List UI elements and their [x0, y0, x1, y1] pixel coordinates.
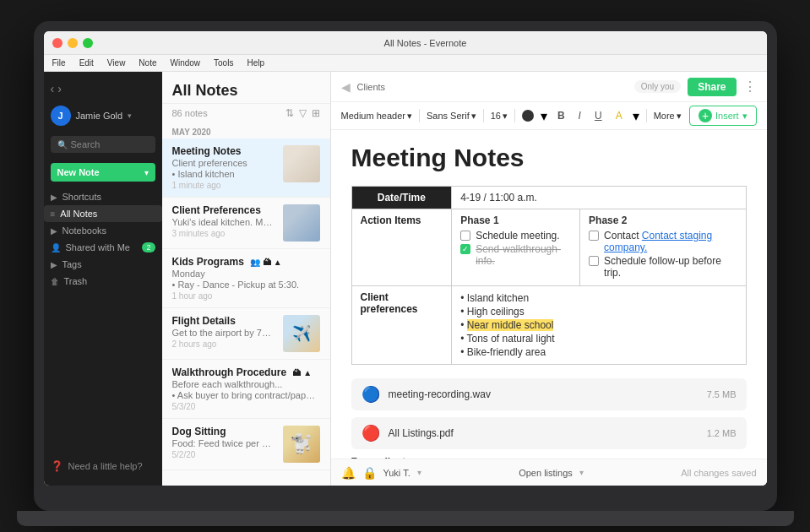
- new-note-label: New Note: [57, 167, 100, 177]
- format-select[interactable]: Medium header ▾: [341, 111, 412, 122]
- help-row[interactable]: ❓ Need a little help?: [44, 453, 162, 479]
- menu-tools[interactable]: Tools: [214, 58, 233, 68]
- nav-back-arrow[interactable]: ‹: [51, 82, 55, 95]
- notes-title: All Notes: [172, 82, 320, 100]
- task-schedule-meeting: Schedule meeting.: [460, 230, 571, 242]
- highlight-button[interactable]: A: [612, 108, 626, 123]
- note-title: Meeting Notes: [172, 145, 276, 157]
- menu-file[interactable]: File: [52, 58, 66, 68]
- checkbox-staging[interactable]: [589, 231, 599, 241]
- pref-high-ceilings: High ceilings: [460, 305, 737, 318]
- note-preview: • Ray - Dance - Pickup at 5:30.: [172, 280, 320, 290]
- new-note-button[interactable]: New Note ▾: [51, 163, 155, 182]
- attachment-wav[interactable]: 🔵 meeting-recording.wav 7.5 MB: [351, 378, 747, 410]
- grid-icon[interactable]: ⊞: [312, 107, 320, 119]
- sidebar-item-shortcuts[interactable]: ▶ Shortcuts: [44, 188, 162, 205]
- note-content: Client Preferences Yuki's ideal kitchen.…: [172, 204, 276, 242]
- note-item-kids-programs[interactable]: Kids Programs 👥 🏔 ▲ Monday • Ray - Dance…: [162, 249, 330, 308]
- maximize-button[interactable]: [83, 38, 93, 48]
- checkbox-checked[interactable]: [460, 244, 470, 254]
- pref-near-school: Near middle school: [460, 318, 737, 332]
- note-item-flight-details[interactable]: Flight Details Get to the airport by 7am…: [162, 308, 330, 360]
- search-placeholder: Search: [71, 139, 101, 149]
- search-box[interactable]: 🔍 Search: [51, 136, 155, 153]
- more-options-icon[interactable]: ⋮: [743, 79, 757, 95]
- tags-expand-icon: ▶: [51, 260, 57, 269]
- notebooks-expand-icon: ▶: [51, 226, 57, 236]
- user-row[interactable]: J Jamie Gold ▾: [44, 102, 162, 133]
- note-main-title: Meeting Notes: [351, 144, 747, 172]
- menu-help[interactable]: Help: [247, 58, 264, 68]
- notes-meta: 86 notes ⇅ ▽ ⊞: [162, 104, 330, 122]
- shortcuts-expand-icon: ▶: [51, 193, 57, 202]
- editor-pane: ◀ Clients Only you Share ⋮ Medium header…: [331, 72, 767, 486]
- menu-note[interactable]: Note: [139, 58, 156, 68]
- note-content: Flight Details Get to the airport by 7am…: [172, 315, 276, 352]
- bell-icon[interactable]: 🔔: [341, 466, 356, 480]
- sidebar-item-trash-label: Trash: [64, 276, 88, 286]
- underline-button[interactable]: U: [591, 108, 606, 123]
- open-listings-dropdown[interactable]: Open listings: [519, 468, 573, 478]
- note-item-client-preferences[interactable]: Client Preferences Yuki's ideal kitchen.…: [162, 198, 330, 249]
- table-cell-phase2: Phase 2 Contact Contact staging company.…: [580, 209, 746, 286]
- sidebar-item-shared[interactable]: 👤 Shared with Me 2: [44, 239, 162, 256]
- menu-edit[interactable]: Edit: [79, 58, 94, 68]
- sort-icon[interactable]: ⇅: [285, 107, 294, 119]
- table-header-datetime: Date/Time: [351, 187, 452, 209]
- lock-icon[interactable]: 🔒: [362, 466, 377, 480]
- laptop-base: [17, 511, 794, 526]
- notes-list: All Notes 86 notes ⇅ ▽ ⊞ MAY 2020 Meetin…: [162, 72, 331, 486]
- sidebar-item-tags[interactable]: ▶ Tags: [44, 256, 162, 273]
- minimize-button[interactable]: [68, 38, 78, 48]
- prefs-bullet-list: Island kitchen High ceilings Near middle…: [460, 291, 737, 359]
- note-subtitle: Monday: [172, 269, 320, 279]
- note-time: 5/2/20: [172, 450, 276, 459]
- insert-button[interactable]: + Insert ▾: [689, 106, 757, 126]
- wav-file-icon: 🔵: [362, 385, 380, 404]
- sidebar-item-tags-label: Tags: [63, 259, 82, 269]
- nav-forward-arrow[interactable]: ›: [57, 82, 62, 95]
- checkbox-followup[interactable]: [589, 256, 599, 266]
- note-item-walkthrough[interactable]: Walkthrough Procedure 🏔 ▲ Before each wa…: [162, 360, 330, 419]
- sidebar: ‹ › J Jamie Gold ▾ 🔍 Search New Note ▾: [44, 72, 162, 486]
- menu-bar: File Edit View Note Window Tools Help: [44, 55, 767, 72]
- note-preview: Before each walkthrough...: [172, 379, 320, 389]
- traffic-lights[interactable]: [52, 38, 93, 48]
- help-label: Need a little help?: [68, 461, 143, 471]
- more-select[interactable]: More ▾: [654, 111, 682, 122]
- editor-topbar: ◀ Clients Only you Share ⋮: [331, 72, 767, 102]
- menu-window[interactable]: Window: [170, 58, 200, 68]
- editor-statusbar: 🔔 🔒 Yuki T. ▾ Open listings ▾ All change…: [331, 459, 767, 486]
- font-select[interactable]: Sans Serif ▾: [427, 111, 476, 122]
- shared-badge: 2: [142, 242, 155, 252]
- phase2-label: Phase 2: [589, 214, 737, 226]
- sidebar-item-notebooks[interactable]: ▶ Notebooks: [44, 222, 162, 239]
- table-cell-action-items-label: Action Items: [351, 209, 452, 286]
- share-button[interactable]: Share: [688, 78, 736, 96]
- bold-button[interactable]: B: [554, 108, 568, 123]
- note-item-meeting-notes[interactable]: Meeting Notes Client preferences • Islan…: [162, 138, 330, 198]
- italic-button[interactable]: I: [575, 108, 584, 123]
- close-button[interactable]: [52, 38, 63, 48]
- size-select[interactable]: 16 ▾: [491, 111, 508, 122]
- sidebar-item-trash[interactable]: 🗑 Trash: [44, 273, 162, 290]
- trash-icon: 🗑: [51, 277, 59, 286]
- staging-company-link[interactable]: Contact staging company.: [604, 230, 712, 253]
- all-notes-icon: ≡: [51, 209, 56, 219]
- editor-nav-back-icon[interactable]: ◀: [341, 80, 351, 94]
- toolbar-divider-2: [483, 109, 484, 122]
- attachment-pdf[interactable]: 🔴 All Listings.pdf 1.2 MB: [351, 417, 747, 449]
- note-time: 5/3/20: [172, 402, 320, 411]
- window-title: All Notes - Evernote: [93, 38, 758, 48]
- text-color-picker[interactable]: [522, 110, 534, 122]
- sidebar-item-all-notes-label: All Notes: [60, 209, 97, 219]
- editor-content[interactable]: Meeting Notes Date/Time 4-19 / 11:00 a.m…: [331, 130, 767, 459]
- note-thumbnail: [283, 145, 320, 182]
- checkbox-unchecked[interactable]: [460, 231, 470, 241]
- note-item-dog-sitting[interactable]: Dog Sitting Food: Feed twice per day. Sp…: [162, 419, 330, 470]
- filter-icon[interactable]: ▽: [299, 107, 307, 119]
- sidebar-item-all-notes[interactable]: ≡ All Notes: [44, 205, 162, 222]
- shared-icon: 👤: [51, 243, 61, 252]
- note-preview2: • Ask buyer to bring contract/paperwork: [172, 390, 320, 400]
- menu-view[interactable]: View: [107, 58, 126, 68]
